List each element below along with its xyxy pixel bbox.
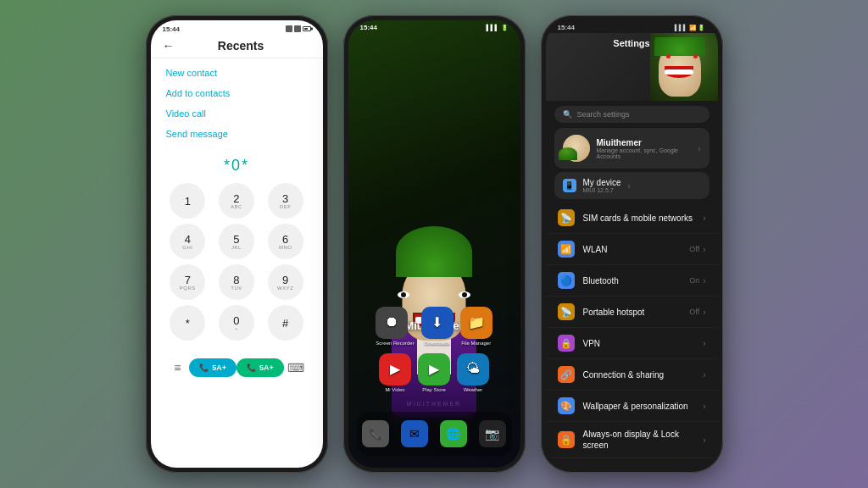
- wallpaper-chevron: ›: [703, 402, 705, 411]
- profile-sub: Manage account, sync, Google Accounts: [597, 147, 692, 159]
- dialpad-bottom: ≡ 📞 5A+ 📞 5A+ ⌨: [151, 349, 323, 386]
- menu-icon-btn[interactable]: ≡: [166, 354, 190, 381]
- dock-icon-3[interactable]: 🌐: [440, 420, 467, 447]
- dial-9[interactable]: 9WXYZ: [268, 264, 303, 300]
- time-phone1: 15:44: [163, 25, 180, 33]
- aod-icon: 🔒: [558, 431, 575, 448]
- bluetooth-value: On ›: [689, 276, 705, 286]
- connection-chevron: ›: [703, 370, 705, 380]
- hotspot-value: Off ›: [689, 308, 705, 317]
- phone-recents-screen: 15:44 ← Recents New contact Add to conta…: [151, 20, 323, 468]
- call-icon-2: 📞: [247, 363, 256, 372]
- back-button[interactable]: ←: [163, 39, 175, 53]
- dialpad: 1 2ABC 3DEF 4GHI 5JKL 6MNO 7PQRS 8TUV 9W…: [151, 180, 323, 344]
- setting-aod[interactable]: 🔒 Always-on display & Lock screen ›: [546, 422, 718, 458]
- wlan-icon: 📶: [558, 241, 575, 258]
- app-file-manager[interactable]: 📁 File Manager: [460, 307, 492, 347]
- app-row-1: ⏺ Screen Recorder ⬇ Downloads 📁 File Man…: [357, 307, 512, 347]
- phone-settings: 15:44 ▌▌▌ 📶 🔋 Settings �: [541, 15, 723, 473]
- dial-3[interactable]: 3DEF: [268, 183, 303, 219]
- dock-icon-2[interactable]: ✉: [401, 420, 428, 447]
- menu-links: New contact Add to contacts Video call S…: [151, 58, 323, 148]
- status-icons-phone2: ▌▌▌ 🔋: [487, 24, 509, 31]
- phone2-dock: 📞 ✉ 🌐 📷: [357, 412, 512, 456]
- status-bar-phone2: 15:44 ▌▌▌ 🔋: [348, 20, 520, 35]
- wallpaper-icon: 🎨: [558, 397, 575, 414]
- hotspot-icon: 📡: [558, 303, 575, 320]
- profile-card[interactable]: Miuithemer Manage account, sync, Google …: [554, 128, 709, 169]
- profile-avatar: [563, 135, 590, 162]
- setting-sim[interactable]: 📡 SIM cards & mobile networks ›: [546, 202, 718, 234]
- setting-connection-text: Connection & sharing: [583, 369, 695, 380]
- phone-homescreen-screen: 15:44 ▌▌▌ 🔋 Miuithemer ⏺ Screen Recorder…: [348, 20, 520, 468]
- dial-star[interactable]: *: [170, 305, 205, 341]
- vpn-chevron: ›: [703, 339, 705, 348]
- setting-wlan[interactable]: 📶 WLAN Off ›: [546, 234, 718, 265]
- app-downloads[interactable]: ⬇ Downloads: [421, 307, 453, 347]
- settings-list: 📡 SIM cards & mobile networks › 📶 WLAN O…: [546, 202, 718, 458]
- my-device-row[interactable]: 📱 My device MIUI 12.5.7 ›: [554, 172, 709, 199]
- call-btn-2[interactable]: 📞 5A+: [236, 358, 284, 377]
- my-device-info: My device MIUI 12.5.7: [583, 178, 621, 193]
- dock-icon-4[interactable]: 📷: [479, 420, 506, 447]
- phone-settings-screen: 15:44 ▌▌▌ 📶 🔋 Settings �: [546, 20, 718, 468]
- app-mi-video[interactable]: ▶ Mi Video: [379, 353, 411, 393]
- vpn-icon: 🔒: [558, 335, 575, 352]
- watermark-phone2: MIUITHEMER: [348, 401, 520, 407]
- status-bar-phone1: 15:44: [151, 20, 323, 36]
- app-weather[interactable]: 🌤 Weather: [457, 353, 489, 393]
- sim-chevron: ›: [703, 214, 705, 223]
- setting-bluetooth[interactable]: 🔵 Bluetooth On ›: [546, 265, 718, 297]
- connection-icon: 🔗: [558, 366, 575, 383]
- my-device-sub: MIUI 12.5.7: [583, 187, 621, 193]
- dial-2[interactable]: 2ABC: [219, 183, 254, 219]
- bluetooth-icon: 🔵: [558, 272, 575, 289]
- keypad-icon-btn[interactable]: ⌨: [284, 354, 308, 381]
- phone-recents: 15:44 ← Recents New contact Add to conta…: [146, 15, 328, 473]
- new-contact-link[interactable]: New contact: [166, 65, 308, 80]
- dial-7[interactable]: 7PQRS: [170, 264, 205, 300]
- profile-chevron: ›: [698, 144, 700, 153]
- dial-display: *0*: [151, 148, 323, 180]
- setting-connection[interactable]: 🔗 Connection & sharing ›: [546, 359, 718, 391]
- dial-6[interactable]: 6MNO: [268, 224, 303, 259]
- aod-chevron: ›: [703, 435, 705, 445]
- call-btn-1[interactable]: 📞 5A+: [189, 358, 236, 377]
- setting-hotspot-text: Portable hotspot: [583, 307, 682, 318]
- recents-title: Recents: [183, 39, 299, 53]
- settings-title: Settings: [546, 38, 718, 48]
- status-bar-phone3: 15:44 ▌▌▌ 📶 🔋: [546, 20, 718, 33]
- bluetooth-chevron: ›: [703, 276, 705, 286]
- wlan-chevron: ›: [703, 245, 705, 254]
- setting-hotspot[interactable]: 📡 Portable hotspot Off ›: [546, 297, 718, 328]
- setting-vpn[interactable]: 🔒 VPN ›: [546, 328, 718, 359]
- wlan-value: Off ›: [689, 245, 705, 254]
- setting-vpn-text: VPN: [583, 338, 695, 349]
- app-row-2: ▶ Mi Video ▶ Play Store 🌤 Weather: [357, 353, 512, 393]
- time-phone3: 15:44: [558, 24, 575, 31]
- my-device-chevron: ›: [628, 181, 631, 191]
- dial-8[interactable]: 8TUV: [219, 264, 254, 300]
- call-icon-1: 📞: [199, 363, 209, 372]
- phone-homescreen: 15:44 ▌▌▌ 🔋 Miuithemer ⏺ Screen Recorder…: [343, 15, 526, 473]
- time-phone2: 15:44: [360, 24, 377, 31]
- app-play-store[interactable]: ▶ Play Store: [418, 353, 450, 393]
- my-device-label: My device: [583, 178, 621, 187]
- app-screen-recorder[interactable]: ⏺ Screen Recorder: [376, 307, 414, 347]
- dial-hash[interactable]: #: [268, 305, 303, 341]
- status-icons-phone3: ▌▌▌ 📶 🔋: [675, 24, 706, 31]
- setting-sim-text: SIM cards & mobile networks: [583, 213, 695, 224]
- video-call-link[interactable]: Video call: [166, 106, 308, 121]
- settings-search-bar[interactable]: 🔍 Search settings: [554, 106, 709, 123]
- dial-5[interactable]: 5JKL: [219, 224, 254, 259]
- setting-wlan-text: WLAN: [583, 244, 682, 255]
- add-to-contacts-link[interactable]: Add to contacts: [166, 86, 308, 101]
- setting-wallpaper[interactable]: 🎨 Wallpaper & personalization ›: [546, 391, 718, 422]
- setting-aod-text: Always-on display & Lock screen: [583, 429, 695, 451]
- dock-icon-1[interactable]: 📞: [362, 420, 389, 447]
- dial-1[interactable]: 1: [170, 183, 205, 219]
- dial-4[interactable]: 4GHI: [170, 224, 205, 259]
- dial-0[interactable]: 0+: [219, 305, 254, 341]
- send-message-link[interactable]: Send message: [166, 126, 308, 141]
- battery-icon: [303, 26, 311, 31]
